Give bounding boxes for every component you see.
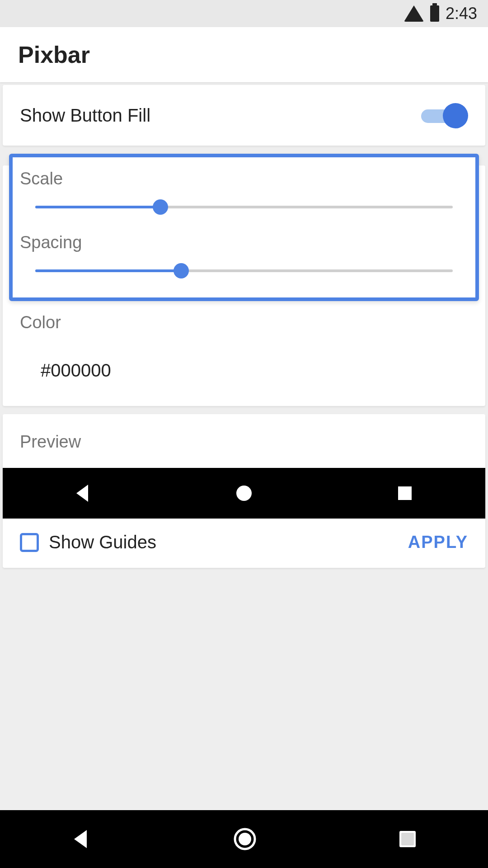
wifi-icon	[404, 5, 424, 22]
scale-label: Scale	[20, 169, 468, 189]
apply-button[interactable]: APPLY	[408, 533, 468, 552]
color-label: Color	[20, 313, 468, 332]
battery-icon	[430, 5, 439, 22]
preview-label: Preview	[3, 414, 485, 468]
scale-slider[interactable]	[35, 201, 453, 213]
system-home-icon[interactable]	[232, 826, 258, 852]
status-bar: 2:43	[0, 0, 488, 27]
system-nav-bar	[0, 810, 488, 868]
show-button-fill-label: Show Button Fill	[20, 105, 150, 126]
recents-icon	[394, 483, 415, 504]
card-preview: Preview Show Guides APPLY	[3, 414, 485, 568]
card-show-button-fill: Show Button Fill	[3, 85, 485, 146]
svg-point-5	[239, 833, 251, 845]
back-icon	[73, 483, 94, 504]
slider-thumb[interactable]	[174, 263, 189, 278]
app-title: Pixbar	[18, 41, 90, 68]
svg-rect-7	[401, 833, 414, 845]
system-recents-icon[interactable]	[397, 828, 418, 850]
svg-point-1	[236, 486, 252, 501]
show-guides-toggle[interactable]: Show Guides	[20, 532, 156, 552]
status-time: 2:43	[446, 4, 477, 23]
show-guides-label: Show Guides	[49, 532, 156, 552]
switch-thumb	[443, 103, 468, 128]
spacing-slider[interactable]	[35, 265, 453, 277]
svg-rect-2	[398, 486, 412, 500]
slider-fill	[35, 269, 181, 272]
svg-marker-3	[74, 830, 87, 848]
system-back-icon[interactable]	[70, 827, 93, 851]
home-icon	[234, 483, 254, 504]
color-value[interactable]: #000000	[20, 345, 468, 392]
row-show-button-fill[interactable]: Show Button Fill	[3, 85, 485, 146]
highlight-card-sliders: Scale Spacing	[9, 154, 479, 301]
show-guides-checkbox[interactable]	[20, 533, 39, 552]
slider-thumb[interactable]	[153, 199, 168, 215]
show-button-fill-switch[interactable]	[421, 103, 468, 127]
spacing-label: Spacing	[20, 233, 468, 252]
svg-marker-0	[76, 485, 88, 502]
preview-navbar	[3, 468, 485, 519]
slider-fill	[35, 206, 160, 208]
app-bar: Pixbar	[0, 27, 488, 82]
